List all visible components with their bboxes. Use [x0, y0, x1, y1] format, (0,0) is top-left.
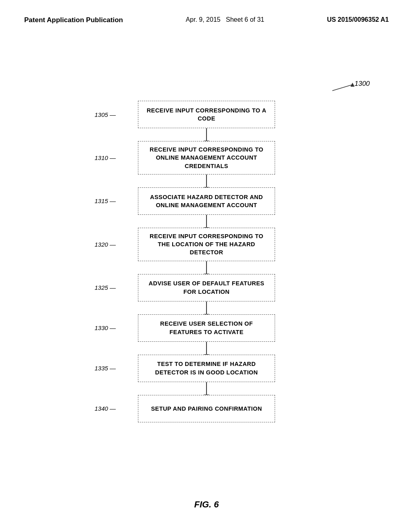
step-1305: 1305 — RECEIVE INPUT CORRESPONDING TO A … [118, 101, 295, 128]
step-box-1325: ADVISE USER OF DEFAULT FEATURES FOR LOCA… [138, 274, 275, 301]
publication-title: Patent Application Publication [24, 16, 123, 24]
arrow-1335-1340 [206, 382, 207, 395]
step-label-1330: 1330 — [79, 324, 116, 331]
svg-marker-1 [350, 83, 355, 87]
patent-number: US 2015/0096352 A1 [327, 16, 389, 23]
diagram-area: 1300 1305 — RECEIVE INPUT CORRESPONDING … [0, 40, 413, 504]
arrow-1315-1320 [206, 215, 207, 228]
step-1335: 1335 — TEST TO DETERMINE IF HAZARD DETEC… [118, 355, 295, 382]
step-1325: 1325 — ADVISE USER OF DEFAULT FEATURES F… [118, 274, 295, 301]
step-1330: 1330 — RECEIVE USER SELECTION OF FEATURE… [118, 314, 295, 342]
flow-diagram: 1305 — RECEIVE INPUT CORRESPONDING TO A … [118, 101, 295, 422]
step-label-1340: 1340 — [79, 405, 116, 412]
arrow-1305-1310 [206, 128, 207, 141]
step-box-1315: ASSOCIATE HAZARD DETECTOR AND ONLINE MAN… [138, 187, 275, 215]
figure-caption: FIG. 6 [194, 499, 219, 510]
step-box-1305: RECEIVE INPUT CORRESPONDING TO A CODE [138, 101, 275, 128]
svg-line-0 [332, 85, 353, 91]
step-box-1330: RECEIVE USER SELECTION OF FEATURES TO AC… [138, 314, 275, 342]
arrow-1330-1335 [206, 342, 207, 355]
main-arrow-label: 1300 [320, 79, 373, 95]
svg-text:1300: 1300 [355, 80, 370, 87]
step-label-1335: 1335 — [79, 365, 116, 372]
step-label-1320: 1320 — [79, 241, 116, 248]
step-1340: 1340 — SETUP AND PAIRING CONFIRMATION [118, 395, 295, 422]
step-label-1315: 1315 — [79, 197, 116, 204]
step-label-1310: 1310 — [79, 154, 116, 161]
step-box-1320: RECEIVE INPUT CORRESPONDING TO THE LOCAT… [138, 228, 275, 261]
arrow-1310-1315 [206, 175, 207, 187]
publication-date: Apr. 9, 2015 Sheet 6 of 31 [186, 16, 264, 23]
step-1320: 1320 — RECEIVE INPUT CORRESPONDING TO TH… [118, 228, 295, 261]
step-1315: 1315 — ASSOCIATE HAZARD DETECTOR AND ONL… [118, 187, 295, 215]
step-box-1340: SETUP AND PAIRING CONFIRMATION [138, 395, 275, 422]
page-header: Patent Application Publication Apr. 9, 2… [0, 0, 413, 24]
step-1310: 1310 — RECEIVE INPUT CORRESPONDING TO ON… [118, 141, 295, 175]
arrow-1320-1325 [206, 261, 207, 274]
step-label-1305: 1305 — [79, 111, 116, 118]
step-label-1325: 1325 — [79, 284, 116, 291]
step-box-1335: TEST TO DETERMINE IF HAZARD DETECTOR IS … [138, 355, 275, 382]
step-box-1310: RECEIVE INPUT CORRESPONDING TO ONLINE MA… [138, 141, 275, 175]
arrow-1325-1330 [206, 301, 207, 314]
